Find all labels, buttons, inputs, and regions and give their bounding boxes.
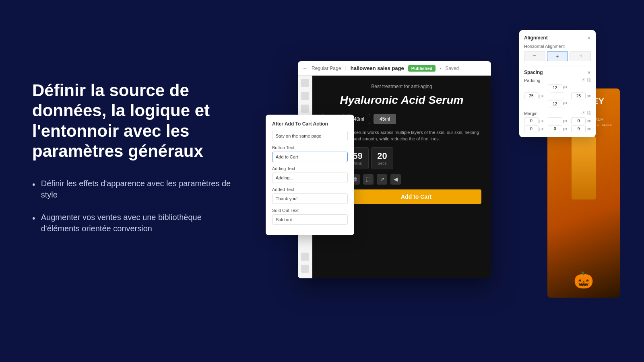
- button-text-label: Button Text: [272, 145, 348, 150]
- sidebar-icon-2[interactable]: [301, 92, 309, 100]
- padding-label: Padding: [524, 78, 540, 83]
- padding-left-input[interactable]: [524, 93, 539, 99]
- alignment-header: Alignment ∨: [524, 35, 591, 41]
- padding-top-input[interactable]: [548, 84, 562, 91]
- product-subtitle: Best treatment for anti-aging: [322, 84, 481, 89]
- spacing-header: Spacing ∨: [524, 70, 591, 75]
- spacing-title: Spacing: [524, 70, 543, 75]
- horizontal-label: Horizontal Alignment: [524, 44, 591, 49]
- padding-reset-icon[interactable]: ↺: [581, 78, 585, 83]
- toolbar-collapse[interactable]: ◀: [390, 174, 401, 185]
- added-text-label: Added Text: [272, 187, 348, 192]
- margin-bottom-left-px: px: [539, 127, 544, 131]
- adding-text-input[interactable]: [272, 173, 348, 183]
- back-arrow-icon[interactable]: ←: [303, 66, 308, 71]
- sold-out-group: Sold Out Text: [272, 208, 348, 225]
- padding-bottom-px: px: [563, 101, 568, 107]
- adding-text-label: Adding Text: [272, 166, 348, 171]
- sidebar-icon-bottom-2[interactable]: [301, 265, 309, 273]
- margin-center-input[interactable]: [548, 117, 562, 124]
- add-to-cart-button[interactable]: Add to Cart: [351, 189, 481, 204]
- sidebar-icon-3[interactable]: [301, 105, 309, 113]
- margin-top-right-input[interactable]: [571, 117, 586, 124]
- separator: |: [345, 65, 346, 71]
- alignment-row: ⊢ + ⊣: [524, 51, 591, 61]
- bullet-item-2: Augmenter vos ventes avec une bibliothèq…: [32, 212, 242, 234]
- margin-top-left-px: px: [539, 119, 544, 123]
- sold-out-label: Sold Out Text: [272, 208, 348, 213]
- margin-right-px: px: [563, 127, 568, 131]
- sidebar-icon-bottom-1[interactable]: [301, 253, 309, 261]
- popup-title: After Add To Cart Action: [272, 121, 348, 127]
- editor-topbar: ← Regular Page | halloween sales page Pu…: [298, 61, 491, 76]
- align-center-btn[interactable]: +: [547, 51, 568, 61]
- margin-bottom-left-input[interactable]: [524, 125, 539, 132]
- margin-reset-icon[interactable]: ↺: [581, 111, 585, 116]
- product-bottle: [572, 135, 596, 200]
- toolbar-link[interactable]: ↗: [377, 174, 387, 185]
- padding-left-px: px: [539, 94, 544, 98]
- alignment-chevron-icon[interactable]: ∨: [587, 35, 591, 41]
- added-text-input[interactable]: [272, 193, 348, 204]
- halloween-icon: 🎃: [574, 271, 594, 290]
- padding-top-px: px: [563, 84, 568, 91]
- padding-link-icon[interactable]: ⛓: [586, 78, 591, 83]
- align-right-btn[interactable]: ⊣: [570, 51, 591, 61]
- toolbar-move[interactable]: ⬚: [363, 174, 374, 185]
- margin-center-px: px: [563, 119, 568, 123]
- product-title: Hyaluronic Acid Serum: [322, 94, 481, 107]
- action-select-group: Stay on the same page: [272, 131, 348, 141]
- bullet-item-1: Définir les effets d'apparence avec les …: [32, 178, 242, 200]
- added-text-group: Added Text: [272, 187, 348, 204]
- bullet-list: Définir les effets d'apparence avec les …: [32, 178, 242, 234]
- padding-right-input[interactable]: [571, 93, 586, 99]
- sold-out-input[interactable]: [272, 214, 348, 225]
- left-content: Définir la source de données, la logique…: [32, 80, 242, 234]
- popup-panel: After Add To Cart Action Stay on the sam…: [266, 115, 354, 235]
- alignment-title: Alignment: [524, 35, 548, 41]
- main-heading: Définir la source de données, la logique…: [32, 80, 242, 162]
- margin-bottom-right-input[interactable]: [571, 125, 586, 132]
- countdown-secs: 20 Secs: [371, 147, 393, 169]
- action-select[interactable]: Stay on the same page: [272, 131, 348, 141]
- sidebar-icon-1[interactable]: [301, 79, 309, 87]
- dot-separator: •: [440, 66, 441, 71]
- padding-right-px: px: [586, 94, 591, 98]
- padding-icons: ↺ ⛓: [581, 78, 591, 83]
- margin-link-icon[interactable]: ⛓: [586, 111, 591, 116]
- margin-label: Margin: [524, 111, 538, 116]
- doc-title: halloween sales page: [351, 65, 404, 71]
- button-text-input[interactable]: [272, 152, 348, 162]
- margin-right-input[interactable]: [548, 125, 562, 132]
- padding-center-input[interactable]: [550, 93, 564, 99]
- published-badge: Published: [408, 65, 436, 72]
- margin-icons: ↺ ⛓: [581, 111, 591, 116]
- margin-top-left-input[interactable]: [524, 117, 539, 124]
- size-btn-45ml[interactable]: 45ml: [374, 114, 396, 124]
- spacing-chevron-icon[interactable]: ∨: [587, 70, 591, 75]
- settings-panel: Alignment ∨ Horizontal Alignment ⊢ + ⊣ S…: [519, 30, 596, 137]
- margin-top-right-px: px: [586, 119, 591, 123]
- align-left-btn[interactable]: ⊢: [524, 51, 545, 61]
- adding-text-group: Adding Text: [272, 166, 348, 183]
- panel-divider: [524, 66, 591, 66]
- saved-text: Saved: [445, 66, 459, 71]
- margin-bottom-right-px: px: [586, 127, 591, 131]
- page-name: Regular Page: [312, 66, 341, 71]
- button-text-group: Button Text: [272, 145, 348, 162]
- spacing-section: Spacing ∨ Padding ↺ ⛓ px px: [524, 70, 591, 132]
- padding-bottom-input[interactable]: [548, 101, 562, 107]
